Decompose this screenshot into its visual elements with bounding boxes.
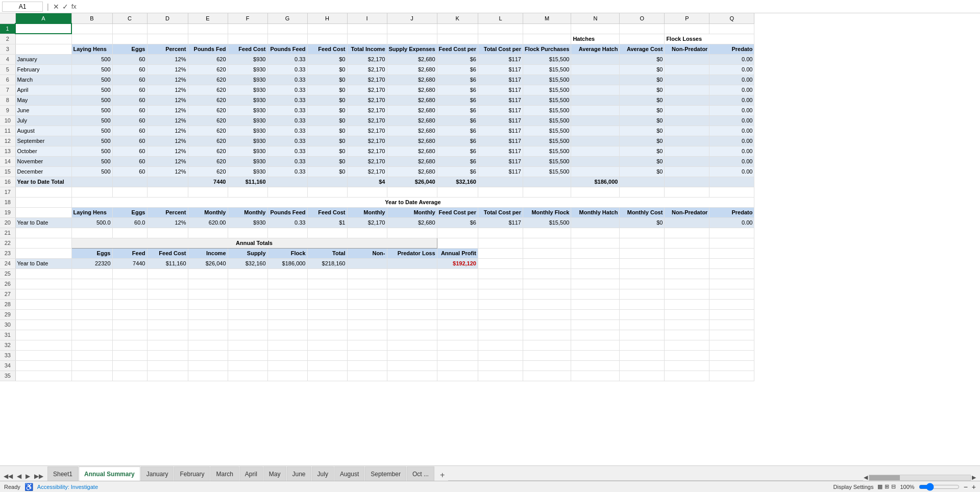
cell-avghatch-4[interactable]: [571, 54, 620, 64]
cell-pred-6[interactable]: 0.00: [709, 75, 754, 85]
sheet-tab-july[interactable]: July: [312, 466, 334, 481]
col-header-L[interactable]: L: [478, 13, 523, 23]
cell-r32[interactable]: [437, 340, 478, 350]
cancel-icon[interactable]: ✕: [53, 3, 59, 11]
cell-hdr23-0[interactable]: Eggs: [71, 248, 112, 258]
cell-r2[interactable]: [147, 34, 188, 44]
cell-feedcost-9[interactable]: $930: [228, 105, 267, 115]
cell-r28[interactable]: [71, 299, 112, 309]
cell-flock-6[interactable]: $15,500: [523, 75, 571, 85]
cell-feedper-4[interactable]: $6: [437, 54, 478, 64]
cell-pct-6[interactable]: 12%: [147, 75, 188, 85]
cell-r21[interactable]: [112, 228, 147, 238]
cell-N2[interactable]: Hatches: [571, 34, 620, 44]
cell-r22-extra[interactable]: [437, 238, 478, 248]
cell-r21[interactable]: [571, 228, 620, 238]
cell-avghatch-9[interactable]: [571, 105, 620, 115]
cell-feedcost-11[interactable]: $930: [228, 126, 267, 136]
cell-r1[interactable]: [620, 23, 665, 34]
cell-nonpred-9[interactable]: [665, 105, 709, 115]
cell-r17[interactable]: [709, 187, 754, 197]
cell-lbsfed-9[interactable]: 620: [188, 105, 228, 115]
cell-laying-4[interactable]: 500: [71, 54, 112, 64]
cell-M16[interactable]: [523, 177, 571, 187]
cell-D20[interactable]: 12%: [147, 217, 188, 228]
cell-r2[interactable]: [228, 34, 267, 44]
cell-hdr-5[interactable]: Pounds Feed: [267, 44, 307, 54]
cell-r23-12[interactable]: [571, 248, 620, 258]
cell-lbsfed-15[interactable]: 620: [188, 166, 228, 177]
cell-E24[interactable]: $26,040: [188, 258, 228, 268]
cell-A24[interactable]: Year to Date: [15, 258, 71, 268]
cell-r33[interactable]: [665, 350, 709, 360]
cell-eggs-12[interactable]: 60: [112, 136, 147, 146]
cell-r35[interactable]: [523, 371, 571, 381]
cell-r31[interactable]: [307, 330, 347, 340]
cell-A23[interactable]: [15, 248, 71, 258]
cell-r24-4[interactable]: [665, 258, 709, 268]
col-header-O[interactable]: O: [620, 13, 665, 23]
cell-totalper-11[interactable]: $117: [478, 126, 523, 136]
cell-feedper-9[interactable]: $6: [437, 105, 478, 115]
cell-r35[interactable]: [478, 371, 523, 381]
cell-r1[interactable]: [71, 23, 112, 34]
cell-avgcost-12[interactable]: $0: [620, 136, 665, 146]
cell-avghatch-10[interactable]: [571, 115, 620, 126]
cell-r29[interactable]: [523, 309, 571, 319]
cell-r17[interactable]: [15, 187, 71, 197]
status-accessibility[interactable]: Accessibility: Investigate: [37, 484, 98, 490]
cell-r31[interactable]: [620, 330, 665, 340]
cell-r24-2[interactable]: [571, 258, 620, 268]
cell-r22-extra[interactable]: [478, 238, 523, 248]
cell-hdr-6[interactable]: Feed Cost: [307, 44, 347, 54]
sheet-tab-annual-summary[interactable]: Annual Summary: [79, 466, 140, 481]
cell-H20[interactable]: $1: [307, 217, 347, 228]
cell-P20[interactable]: [665, 217, 709, 228]
cell-r25[interactable]: [709, 268, 754, 279]
cell-feedper-14[interactable]: $6: [437, 156, 478, 166]
cell-eggs-13[interactable]: 60: [112, 146, 147, 156]
cell-r31[interactable]: [437, 330, 478, 340]
cell-lbsfeed-13[interactable]: 0.33: [267, 146, 307, 156]
cell-hdr-11[interactable]: Flock Purchases: [523, 44, 571, 54]
cell-hdr-8[interactable]: Supply Expenses: [387, 44, 437, 54]
cell-Q16[interactable]: [709, 177, 754, 187]
cell-r29[interactable]: [665, 309, 709, 319]
cell-pred-8[interactable]: 0.00: [709, 95, 754, 105]
cell-r28[interactable]: [112, 299, 147, 309]
cell-r29[interactable]: [188, 309, 228, 319]
cell-r31[interactable]: [112, 330, 147, 340]
cell-hdr23-2[interactable]: Feed Cost: [147, 248, 188, 258]
cell-r17[interactable]: [188, 187, 228, 197]
cell-r28[interactable]: [15, 299, 71, 309]
cell-nonpred-11[interactable]: [665, 126, 709, 136]
cell-r29[interactable]: [15, 309, 71, 319]
cell-r28[interactable]: [523, 299, 571, 309]
cell-month-5[interactable]: February: [15, 64, 71, 75]
page-layout-icon[interactable]: ⊞: [885, 483, 889, 490]
cell-feedper-5[interactable]: $6: [437, 64, 478, 75]
cell-laying-13[interactable]: 500: [71, 146, 112, 156]
col-header-E[interactable]: E: [188, 13, 228, 23]
cell-avghatch-5[interactable]: [571, 64, 620, 75]
cell-r35[interactable]: [571, 371, 620, 381]
cell-r25[interactable]: [15, 268, 71, 279]
cell-r33[interactable]: [620, 350, 665, 360]
cell-totalper-12[interactable]: $117: [478, 136, 523, 146]
cell-income-9[interactable]: $2,170: [347, 105, 387, 115]
cell-avgcost-13[interactable]: $0: [620, 146, 665, 156]
cell-r23-15[interactable]: [709, 248, 754, 258]
cell-K24[interactable]: $192,120: [437, 258, 478, 268]
cell-hdr-3[interactable]: Pounds Fed: [188, 44, 228, 54]
cell-r34[interactable]: [307, 360, 347, 371]
cell-C24[interactable]: 7440: [112, 258, 147, 268]
cell-r25[interactable]: [188, 268, 228, 279]
cell-B24[interactable]: 22320: [71, 258, 112, 268]
cell-r2[interactable]: [267, 34, 307, 44]
cell-lbsfeed-5[interactable]: 0.33: [267, 64, 307, 75]
cell-lbsfed-7[interactable]: 620: [188, 85, 228, 95]
cell-lbsfed-6[interactable]: 620: [188, 75, 228, 85]
cell-income-12[interactable]: $2,170: [347, 136, 387, 146]
cell-totalper-5[interactable]: $117: [478, 64, 523, 75]
cell-hdr19-7[interactable]: Monthly: [347, 207, 387, 217]
